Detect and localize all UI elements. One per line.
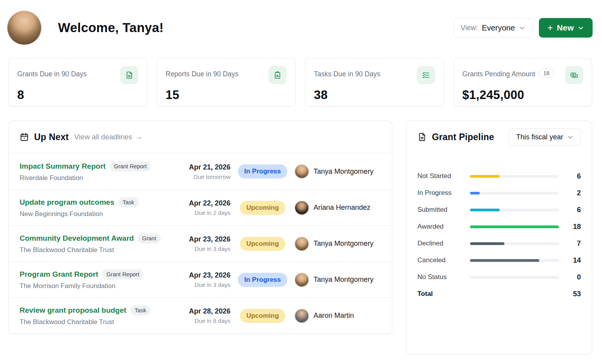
- deadline-title-link[interactable]: Community Development Award: [20, 234, 134, 243]
- pipeline-status-label: Submitted: [417, 206, 465, 214]
- banknotes-icon: [565, 66, 583, 84]
- stat-value: 15: [166, 88, 287, 102]
- type-tag: Grant Report: [110, 161, 151, 171]
- stat-label: Grants Due in 90 Days: [17, 66, 87, 78]
- stat-card-tasks-due[interactable]: Tasks Due in 90 Days 38: [305, 58, 444, 106]
- assignee-avatar: [295, 201, 309, 215]
- pipeline-row: Declined 7: [417, 238, 581, 249]
- calendar-icon: [20, 132, 29, 142]
- due-relative: Due in 3 days: [183, 281, 230, 288]
- pipeline-rows: Not Started 6 In Progress 2 Submitted 6 …: [406, 153, 592, 299]
- fiscal-year-selector[interactable]: This fiscal year: [509, 128, 581, 146]
- status-badge: Upcoming: [240, 309, 285, 323]
- due-relative: Due in 3 days: [183, 245, 230, 252]
- pipeline-status-label: Awarded: [417, 223, 465, 231]
- pipeline-title: Grant Pipeline: [432, 132, 494, 142]
- view-all-deadlines-link[interactable]: View all deadlines →: [74, 133, 142, 141]
- due-relative: Due in 2 days: [183, 209, 230, 216]
- clipboard-chart-icon: [268, 66, 286, 84]
- pipeline-total-row: Total 53: [417, 289, 581, 299]
- pending-count-badge: 18: [539, 68, 554, 78]
- type-tag: Grant: [138, 233, 160, 243]
- organization-name: The Morrison Family Foundation: [20, 282, 179, 290]
- assignee-name: Aaron Martin: [314, 312, 354, 320]
- up-next-header: Up Next View all deadlines →: [9, 121, 392, 153]
- view-selector[interactable]: View: Everyone: [453, 18, 533, 38]
- pipeline-value: 7: [564, 240, 581, 248]
- up-next-panel: Up Next View all deadlines → Impact Summ…: [8, 121, 392, 334]
- pipeline-value: 6: [564, 172, 581, 180]
- assignee-name: Tanya Montgomery: [314, 168, 374, 176]
- stat-value: 8: [17, 88, 138, 102]
- stat-cards: Grants Due in 90 Days 8 Reports Due in 9…: [0, 56, 602, 106]
- pipeline-total-label: Total: [417, 290, 465, 298]
- up-next-title: Up Next: [34, 132, 69, 142]
- organization-name: The Blackwood Charitable Trust: [20, 318, 179, 326]
- deadline-title-link[interactable]: Review grant proposal budget: [20, 306, 126, 315]
- pipeline-status-label: Canceled: [417, 256, 465, 264]
- pipeline-bar-track: [470, 192, 559, 195]
- dashboard-page: Welcome, Tanya! View: Everyone + New Gra…: [0, 0, 602, 364]
- type-tag: Task: [118, 197, 139, 207]
- deadline-row: Program Grant Report Grant Report The Mo…: [9, 261, 392, 297]
- stat-value: 38: [314, 88, 435, 102]
- pipeline-value: 18: [564, 223, 581, 231]
- stat-label: Tasks Due in 90 Days: [314, 66, 380, 78]
- status-badge: Upcoming: [240, 237, 285, 251]
- main-content: Up Next View all deadlines → Impact Summ…: [0, 106, 602, 355]
- assignee-name: Tanya Montgomery: [314, 276, 374, 284]
- chevron-down-icon: [567, 134, 573, 140]
- pipeline-row: Not Started 6: [417, 171, 581, 181]
- organization-name: The Blackwood Charitable Trust: [20, 246, 179, 254]
- pipeline-row: Submitted 6: [417, 205, 581, 215]
- status-badge: In Progress: [238, 164, 287, 178]
- top-actions: View: Everyone + New: [453, 18, 593, 38]
- pipeline-bar-fill: [470, 192, 480, 195]
- pipeline-value: 0: [564, 273, 581, 281]
- stat-value: $1,245,000: [462, 88, 584, 102]
- chevron-down-icon: [578, 25, 584, 31]
- due-date: Apr 28, 2026: [183, 307, 230, 315]
- arrow-right-icon: →: [135, 133, 143, 141]
- pipeline-value: 2: [564, 189, 581, 197]
- plus-icon: +: [548, 23, 553, 32]
- due-date: Apr 21, 2026: [183, 163, 230, 171]
- deadline-title-link[interactable]: Program Grant Report: [20, 270, 98, 279]
- pipeline-status-label: No Status: [417, 273, 465, 281]
- pipeline-bar-fill: [470, 259, 539, 262]
- deadline-title-link[interactable]: Impact Summary Report: [20, 162, 106, 171]
- deadline-row: Review grant proposal budget Task The Bl…: [9, 297, 392, 333]
- view-all-deadlines-label: View all deadlines: [74, 133, 132, 141]
- user-avatar[interactable]: [7, 11, 42, 45]
- assignee-avatar: [295, 273, 309, 287]
- stat-label: Reports Due in 90 Days: [166, 66, 239, 78]
- pipeline-header: Grant Pipeline This fiscal year: [406, 121, 592, 153]
- view-label: View:: [461, 24, 478, 32]
- grant-pipeline-panel: Grant Pipeline This fiscal year Not Star…: [406, 121, 592, 355]
- pipeline-bar-track: [470, 175, 559, 178]
- pipeline-bar-fill: [470, 209, 500, 211]
- due-date: Apr 22, 2026: [183, 199, 230, 207]
- pipeline-bar-track: [470, 276, 559, 279]
- new-button[interactable]: + New: [539, 18, 593, 38]
- assignee-name: Ariana Hernandez: [314, 204, 370, 212]
- pipeline-row: Awarded 18: [417, 222, 581, 232]
- pipeline-row: Canceled 14: [417, 255, 581, 265]
- new-button-label: New: [557, 23, 574, 32]
- deadline-row: Community Development Award Grant The Bl…: [9, 225, 392, 261]
- type-tag: Grant Report: [102, 269, 144, 279]
- pipeline-bar-track: [470, 209, 559, 211]
- stat-card-grants-pending[interactable]: Grants Pending Amount 18 $1,245,000: [453, 58, 593, 106]
- assignee-avatar: [295, 309, 309, 323]
- due-relative: Due tomorrow: [183, 173, 230, 180]
- stat-card-grants-due[interactable]: Grants Due in 90 Days 8: [8, 58, 147, 106]
- view-value: Everyone: [482, 23, 515, 32]
- stat-card-reports-due[interactable]: Reports Due in 90 Days 15: [157, 58, 296, 106]
- page-title: Welcome, Tanya!: [58, 20, 164, 35]
- pipeline-bar-track: [470, 225, 559, 228]
- deadline-title-link[interactable]: Update program outcomes: [20, 198, 114, 207]
- pipeline-bar-fill: [470, 242, 504, 245]
- pipeline-row: In Progress 2: [417, 188, 581, 198]
- status-badge: In Progress: [238, 273, 287, 287]
- pipeline-status-label: In Progress: [417, 189, 465, 197]
